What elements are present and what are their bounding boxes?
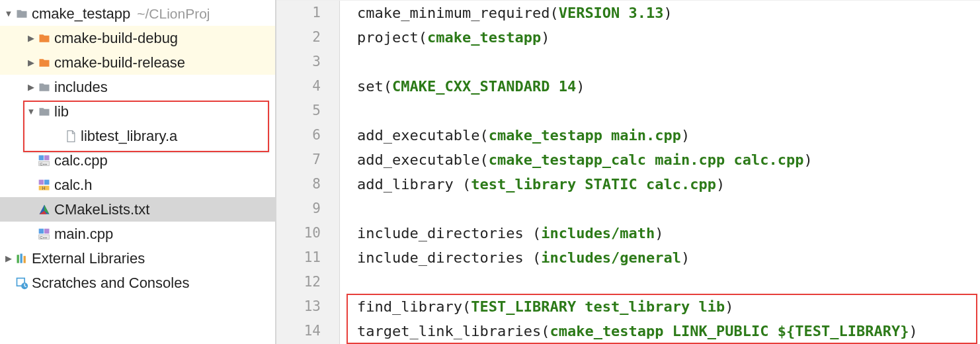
chevron-right-icon[interactable]: ▶	[3, 253, 15, 263]
line-number: 3	[276, 50, 321, 74]
svg-rect-1	[44, 155, 50, 160]
svg-text:C++: C++	[40, 235, 48, 239]
code-line[interactable]: cmake_minimum_required(VERSION 3.13)	[357, 1, 980, 25]
tree-row-external-libs[interactable]: ▶ External Libraries	[0, 246, 275, 271]
code-line[interactable]: add_library (test_library STATIC calc.cp…	[357, 172, 980, 196]
tree-label: cmake_testapp	[29, 5, 130, 22]
svg-rect-15	[17, 255, 19, 263]
chevron-down-icon[interactable]: ▼	[25, 107, 37, 116]
tree-row-cmakelists[interactable]: CMakeLists.txt	[0, 197, 275, 222]
tree-row-lib[interactable]: ▼ lib	[0, 99, 275, 124]
folder-icon	[37, 80, 52, 95]
code-line[interactable]: project(cmake_testapp)	[357, 25, 980, 50]
tree-label: Scratches and Consoles	[29, 275, 189, 292]
code-line[interactable]: find_library(TEST_LIBRARY test_library l…	[357, 294, 980, 319]
svg-rect-0	[39, 155, 44, 160]
svg-text:C++: C++	[40, 161, 48, 165]
tree-label: External Libraries	[29, 250, 145, 267]
line-number: 8	[276, 172, 321, 196]
tree-label: main.cpp	[52, 226, 113, 243]
tree-label: cmake-build-debug	[52, 30, 178, 47]
line-number: 9	[276, 196, 321, 221]
scratches-icon	[15, 276, 29, 290]
svg-rect-4	[39, 179, 44, 185]
code-line[interactable]: add_executable(cmake_testapp main.cpp)	[357, 123, 980, 148]
tree-row-calc-cpp[interactable]: C++ calc.cpp	[0, 148, 275, 173]
folder-icon	[37, 105, 52, 119]
line-number: 7	[276, 148, 321, 172]
tree-row-build-release[interactable]: ▶ cmake-build-release	[0, 50, 275, 75]
tree-label: includes	[52, 79, 108, 96]
tree-row-main-cpp[interactable]: C++ main.cpp	[0, 222, 275, 246]
tree-label: libtest_library.a	[78, 128, 177, 145]
line-number: 1	[276, 1, 321, 25]
tree-row-libtest-a[interactable]: libtest_library.a	[0, 124, 275, 148]
code-line[interactable]	[357, 99, 980, 123]
line-number: 5	[276, 99, 321, 123]
line-number: 4	[276, 74, 321, 99]
folder-icon	[15, 7, 29, 21]
chevron-right-icon[interactable]: ▶	[25, 33, 37, 43]
code-line[interactable]: include_directories (includes/math)	[357, 221, 980, 245]
tree-label: calc.h	[52, 177, 92, 194]
svg-rect-5	[44, 179, 50, 185]
svg-rect-11	[39, 228, 44, 234]
chevron-down-icon[interactable]: ▼	[3, 9, 15, 19]
line-number: 14	[276, 319, 321, 343]
tree-row-includes[interactable]: ▶ includes	[0, 75, 275, 99]
h-file-icon: H	[37, 178, 52, 193]
tree-row-scratches[interactable]: ▶ Scratches and Consoles	[0, 271, 275, 295]
tree-label: lib	[52, 103, 69, 120]
line-number: 11	[276, 245, 321, 270]
tree-row-build-debug[interactable]: ▶ cmake-build-debug	[0, 26, 275, 50]
tree-row-calc-h[interactable]: H calc.h	[0, 173, 275, 197]
code-line[interactable]: add_executable(cmake_testapp_calc main.c…	[357, 148, 980, 172]
tree-label: cmake-build-release	[52, 54, 185, 71]
code-line[interactable]	[357, 196, 980, 221]
code-line[interactable]: include_directories (includes/general)	[357, 245, 980, 270]
line-number: 13	[276, 294, 321, 319]
chevron-right-icon[interactable]: ▶	[25, 82, 37, 92]
project-tree-pane[interactable]: ▼ cmake_testapp ~/CLionProj ▶ cmake-buil…	[0, 0, 276, 344]
external-libraries-icon	[15, 251, 29, 266]
editor-pane[interactable]: 1234567891011121314 cmake_minimum_requir…	[276, 0, 980, 344]
editor-gutter: 1234567891011121314	[276, 1, 340, 344]
line-number: 2	[276, 25, 321, 50]
folder-excluded-icon	[37, 31, 52, 46]
code-line[interactable]: target_link_libraries(cmake_testapp LINK…	[357, 319, 980, 343]
editor-code[interactable]: cmake_minimum_required(VERSION 3.13)proj…	[340, 1, 980, 344]
tree-label: CMakeLists.txt	[52, 201, 149, 218]
line-number: 12	[276, 270, 321, 294]
svg-rect-17	[24, 255, 26, 263]
tree-label: calc.cpp	[52, 152, 108, 169]
code-line[interactable]	[357, 270, 980, 294]
cpp-file-icon: C++	[37, 153, 52, 168]
svg-text:H: H	[42, 185, 46, 190]
svg-rect-12	[44, 228, 50, 234]
cmake-file-icon	[37, 202, 52, 217]
line-number: 10	[276, 221, 321, 245]
svg-rect-16	[20, 253, 22, 263]
line-number: 6	[276, 123, 321, 148]
code-line[interactable]	[357, 50, 980, 74]
cpp-file-icon: C++	[37, 227, 52, 241]
chevron-right-icon[interactable]: ▶	[25, 58, 37, 67]
file-icon	[63, 129, 78, 144]
tree-path: ~/CLionProj	[130, 6, 210, 22]
code-line[interactable]: set(CMAKE_CXX_STANDARD 14)	[357, 74, 980, 99]
folder-excluded-icon	[37, 56, 52, 70]
tree-row-root[interactable]: ▼ cmake_testapp ~/CLionProj	[0, 1, 275, 26]
